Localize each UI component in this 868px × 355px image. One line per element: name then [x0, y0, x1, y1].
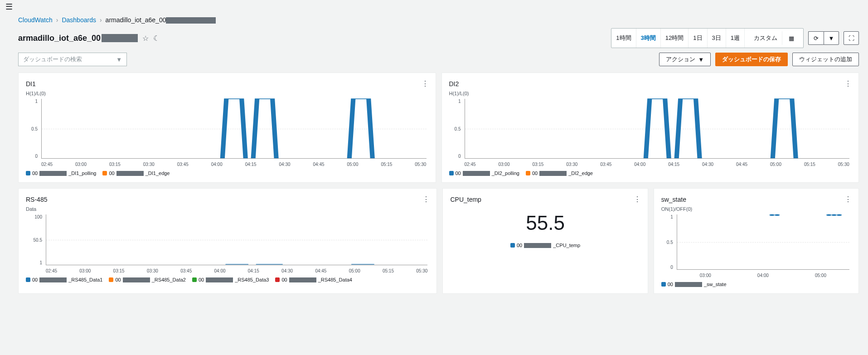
- legend-item[interactable]: 00_RS485_Data2: [109, 277, 185, 282]
- chevron-right-icon: ›: [56, 16, 58, 24]
- add-widget-button[interactable]: ウィジェットの追加: [792, 53, 859, 66]
- save-dashboard-button[interactable]: ダッシュボードの保存: [715, 53, 788, 66]
- legend-item[interactable]: 00_DI2_edge: [526, 170, 593, 176]
- star-icon[interactable]: ☆: [142, 34, 149, 43]
- time-tab-12h[interactable]: 12時間: [661, 29, 689, 48]
- refresh-button[interactable]: ⟳: [808, 31, 824, 45]
- widget-menu-icon[interactable]: ⋮: [422, 79, 428, 88]
- breadcrumb-cloudwatch[interactable]: CloudWatch: [18, 16, 53, 24]
- widget-title: DI2: [449, 80, 459, 88]
- legend-item[interactable]: 00_sw_state: [661, 282, 727, 287]
- widget-subtitle: H(1)/L(0): [449, 91, 852, 96]
- legend-item[interactable]: 00_RS485_Data4: [275, 277, 352, 282]
- legend-item[interactable]: 00_DI1_edge: [102, 170, 170, 176]
- legend-item[interactable]: 00_DI1_polling: [26, 170, 96, 176]
- legend-item[interactable]: 00_RS485_Data3: [192, 277, 269, 282]
- hamburger-icon[interactable]: ☰: [0, 2, 18, 12]
- di2-chart[interactable]: 10.50 02:4503:0003:1503:3003:4504:0004:1…: [449, 99, 852, 167]
- fullscreen-button[interactable]: ⛶: [844, 31, 859, 45]
- sw-state-chart[interactable]: 10.50 03:0004:0005:00: [661, 214, 851, 278]
- chevron-down-icon: ▼: [698, 56, 704, 63]
- calendar-icon: ▦: [784, 32, 799, 44]
- widget-di1: DI1 ⋮ H(1)/L(0) 10.50 02:4503:0003:1503:…: [18, 73, 436, 183]
- chevron-right-icon: ›: [100, 16, 102, 24]
- rs485-chart[interactable]: 10050.51 02:4503:0003:1503:3003:4504:000…: [26, 214, 429, 273]
- dashboard-search[interactable]: ダッシュボードの検索 ▼: [18, 53, 127, 66]
- time-tab-1d[interactable]: 1日: [689, 29, 707, 48]
- legend-item[interactable]: 00_CPU_temp: [510, 243, 580, 248]
- widget-subtitle: ON(1)/OFF(0): [661, 206, 851, 212]
- widget-title: CPU_temp: [450, 196, 481, 203]
- moon-icon[interactable]: ☾: [153, 34, 160, 43]
- svg-point-3: [831, 214, 836, 216]
- svg-point-2: [826, 214, 831, 216]
- legend-item[interactable]: 00_RS485_Data1: [26, 277, 102, 282]
- widget-title: RS-485: [26, 196, 47, 203]
- time-tab-custom[interactable]: カスタム ▦: [745, 29, 803, 48]
- widget-sw-state: sw_state ⋮ ON(1)/OFF(0) 10.50 03:0004:00…: [654, 188, 859, 294]
- widget-menu-icon[interactable]: ⋮: [844, 195, 851, 204]
- actions-button[interactable]: アクション ▼: [659, 53, 711, 66]
- breadcrumb-current: armadillo_iot_a6e_00: [106, 16, 216, 24]
- refresh-dropdown-button[interactable]: ▼: [824, 31, 839, 45]
- widget-menu-icon[interactable]: ⋮: [634, 195, 640, 204]
- widget-cpu-temp: CPU_temp ⋮ 55.5 00_CPU_temp: [442, 188, 648, 294]
- breadcrumb-dashboards[interactable]: Dashboards: [62, 16, 96, 24]
- time-tab-1h[interactable]: 1時間: [611, 29, 636, 48]
- svg-point-1: [775, 214, 780, 216]
- svg-point-0: [769, 214, 774, 216]
- widget-title: DI1: [26, 80, 36, 88]
- chevron-down-icon: ▼: [116, 56, 122, 63]
- time-range-picker: 1時間 3時間 12時間 1日 3日 1週 カスタム ▦: [611, 28, 804, 48]
- di1-chart[interactable]: 10.50 02:4503:0003:1503:3003:4504:0004:1…: [26, 99, 428, 167]
- dashboard-search-placeholder: ダッシュボードの検索: [23, 55, 82, 63]
- widget-title: sw_state: [661, 196, 686, 203]
- time-tab-3d[interactable]: 3日: [708, 29, 726, 48]
- widget-subtitle: H(1)/L(0): [26, 91, 428, 96]
- time-tab-3h[interactable]: 3時間: [636, 29, 661, 48]
- breadcrumb: CloudWatch › Dashboards › armadillo_iot_…: [18, 14, 859, 28]
- widget-subtitle: Data: [26, 206, 429, 212]
- widget-di2: DI2 ⋮ H(1)/L(0) 10.50 02:4503:0003:1503:…: [441, 73, 859, 183]
- widget-rs485: RS-485 ⋮ Data 10050.51 02:4503:0003:1503…: [18, 188, 437, 294]
- cpu-temp-value: 55.5: [450, 206, 640, 239]
- legend-item[interactable]: 00_DI2_polling: [449, 170, 519, 176]
- time-tab-1w[interactable]: 1週: [726, 29, 745, 48]
- widget-menu-icon[interactable]: ⋮: [844, 79, 851, 88]
- svg-point-4: [836, 214, 841, 216]
- widget-menu-icon[interactable]: ⋮: [422, 195, 429, 204]
- page-title: armadillo_iot_a6e_00: [18, 34, 138, 43]
